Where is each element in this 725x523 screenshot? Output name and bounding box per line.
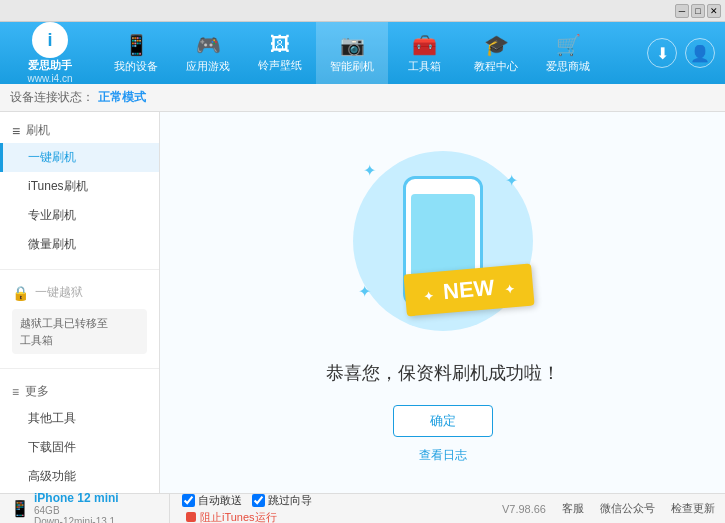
nav-wallpaper-label: 铃声壁纸 [258, 58, 302, 73]
version-label: V7.98.66 [502, 503, 546, 515]
nav-apps[interactable]: 🎮 应用游戏 [172, 22, 244, 84]
nav-apps-label: 应用游戏 [186, 59, 230, 74]
check-update-link[interactable]: 检查更新 [671, 501, 715, 516]
skip-wizard-label: 跳过向导 [268, 493, 312, 508]
sidebar-item-itunes[interactable]: iTunes刷机 [0, 172, 159, 201]
nav-tutorials-label: 教程中心 [474, 59, 518, 74]
itunes-status: 阻止iTunes运行 [178, 510, 316, 524]
sidebar-jailbreak-note: 越狱工具已转移至工具箱 [12, 309, 147, 354]
status-bar: 设备连接状态： 正常模式 [0, 84, 725, 112]
nav-device[interactable]: 📱 我的设备 [100, 22, 172, 84]
bottom-bar: 📱 iPhone 12 mini 64GB Down-12mini-13,1 自… [0, 493, 725, 523]
sidebar-item-micro[interactable]: 微量刷机 [0, 230, 159, 259]
status-value: 正常模式 [98, 89, 146, 106]
success-text: 恭喜您，保资料刷机成功啦！ [326, 361, 560, 385]
shop-icon: 🛒 [556, 33, 581, 57]
nav-tools-label: 工具箱 [408, 59, 441, 74]
sidebar-header-jailbreak-label: 一键越狱 [35, 284, 83, 301]
main-layout: ≡ 刷机 一键刷机 iTunes刷机 专业刷机 微量刷机 🔒 一键越狱 [0, 112, 725, 493]
sidebar-item-advanced[interactable]: 高级功能 [0, 462, 159, 491]
sidebar-header-flash: ≡ 刷机 [0, 118, 159, 143]
status-label: 设备连接状态： [10, 89, 94, 106]
itunes-status-label: 阻止iTunes运行 [200, 510, 277, 524]
device-name: iPhone 12 mini [34, 491, 119, 505]
logo-text-line2: www.i4.cn [27, 73, 72, 84]
sidebar-section-flash: ≡ 刷机 一键刷机 iTunes刷机 专业刷机 微量刷机 [0, 112, 159, 265]
sidebar-section-jailbreak: 🔒 一键越狱 越狱工具已转移至工具箱 [0, 274, 159, 364]
sidebar-item-onekey[interactable]: 一键刷机 [0, 143, 159, 172]
title-bar: ─ □ ✕ [0, 0, 725, 22]
header: i 爱思助手 www.i4.cn 📱 我的设备 🎮 应用游戏 🖼 铃声壁纸 📷 … [0, 22, 725, 84]
flash-section-icon: ≡ [12, 123, 20, 139]
bottom-left-section: 📱 iPhone 12 mini 64GB Down-12mini-13,1 [10, 494, 170, 523]
sidebar-header-more-label: 更多 [25, 383, 49, 400]
device-model: Down-12mini-13,1 [34, 516, 119, 524]
wechat-link[interactable]: 微信公众号 [600, 501, 655, 516]
nav-smart[interactable]: 📷 智能刷机 [316, 22, 388, 84]
smart-icon: 📷 [340, 33, 365, 57]
wallpaper-icon: 🖼 [270, 33, 290, 56]
close-btn[interactable]: ✕ [707, 4, 721, 18]
sidebar-header-more: ≡ 更多 [0, 379, 159, 404]
tools-icon: 🧰 [412, 33, 437, 57]
nav-wallpaper[interactable]: 🖼 铃声壁纸 [244, 22, 316, 84]
skip-wizard-checkbox-label[interactable]: 跳过向导 [252, 493, 312, 508]
auto-track-checkbox[interactable] [182, 494, 195, 507]
user-btn[interactable]: 👤 [685, 38, 715, 68]
nav-items: 📱 我的设备 🎮 应用游戏 🖼 铃声壁纸 📷 智能刷机 🧰 工具箱 🎓 教程中心… [100, 22, 647, 84]
sidebar: ≡ 刷机 一键刷机 iTunes刷机 专业刷机 微量刷机 🔒 一键越狱 [0, 112, 160, 493]
auto-track-label: 自动敢送 [198, 493, 242, 508]
lock-icon: 🔒 [12, 285, 29, 301]
sidebar-item-other-tools[interactable]: 其他工具 [0, 404, 159, 433]
sparkle-icon-3: ✦ [358, 282, 371, 301]
apps-icon: 🎮 [196, 33, 221, 57]
confirm-button[interactable]: 确定 [393, 405, 493, 437]
device-icon: 📱 [124, 33, 149, 57]
nav-shop-label: 爱思商城 [546, 59, 590, 74]
bottom-device-icon: 📱 [10, 499, 30, 518]
more-section-icon: ≡ [12, 385, 19, 399]
device-storage: 64GB [34, 505, 119, 516]
logo-icon: i [32, 22, 68, 58]
sparkle-icon-2: ✦ [505, 171, 518, 190]
skip-wizard-checkbox[interactable] [252, 494, 265, 507]
nav-device-label: 我的设备 [114, 59, 158, 74]
sidebar-section-more: ≡ 更多 其他工具 下载固件 高级功能 [0, 373, 159, 493]
checkbox-area: 自动敢送 跳过向导 [178, 493, 316, 508]
sidebar-divider-2 [0, 368, 159, 369]
logo-area: i 爱思助手 www.i4.cn [0, 22, 100, 84]
download-btn[interactable]: ⬇ [647, 38, 677, 68]
device-info-row: 📱 iPhone 12 mini 64GB Down-12mini-13,1 [10, 491, 161, 524]
sidebar-item-pro[interactable]: 专业刷机 [0, 201, 159, 230]
stop-icon [186, 512, 196, 522]
maximize-btn[interactable]: □ [691, 4, 705, 18]
sparkle-icon-1: ✦ [363, 161, 376, 180]
sidebar-header-flash-label: 刷机 [26, 122, 50, 139]
phone-illustration: NEW ✦ ✦ ✦ [343, 141, 543, 341]
nav-smart-label: 智能刷机 [330, 59, 374, 74]
guide-link[interactable]: 查看日志 [419, 447, 467, 464]
minimize-btn[interactable]: ─ [675, 4, 689, 18]
nav-tools[interactable]: 🧰 工具箱 [388, 22, 460, 84]
nav-shop[interactable]: 🛒 爱思商城 [532, 22, 604, 84]
logo-text-line1: 爱思助手 [28, 58, 72, 73]
bottom-right-section: V7.98.66 客服 微信公众号 检查更新 [502, 501, 715, 516]
customer-service-link[interactable]: 客服 [562, 501, 584, 516]
sidebar-divider-1 [0, 269, 159, 270]
content-area: NEW ✦ ✦ ✦ 恭喜您，保资料刷机成功啦！ 确定 查看日志 [160, 112, 725, 493]
tutorials-icon: 🎓 [484, 33, 509, 57]
auto-track-checkbox-label[interactable]: 自动敢送 [182, 493, 242, 508]
bottom-middle-section: 自动敢送 跳过向导 阻止iTunes运行 [170, 493, 324, 524]
nav-tutorials[interactable]: 🎓 教程中心 [460, 22, 532, 84]
nav-right-area: ⬇ 👤 [647, 38, 725, 68]
new-ribbon-text: NEW [442, 275, 495, 304]
sidebar-header-jailbreak: 🔒 一键越狱 [0, 280, 159, 305]
sidebar-item-download[interactable]: 下载固件 [0, 433, 159, 462]
